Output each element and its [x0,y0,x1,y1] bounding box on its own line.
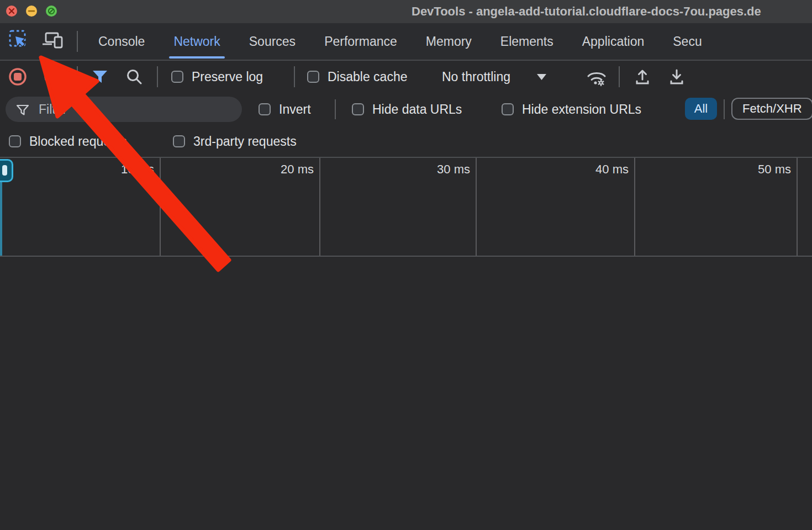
device-toolbar-icon[interactable] [42,30,65,53]
network-toolbar: Preserve log Disable cache No throttling [0,61,812,93]
gridline [160,158,161,256]
request-type-all-button[interactable]: All [685,98,717,120]
preserve-log-label: Preserve log [192,70,263,84]
titlebar: DevTools - angela-add-tutorial.cloudflar… [0,0,812,23]
tab-security[interactable]: Secu [673,23,702,59]
grip [2,165,7,176]
filter-bar: Invert Hide data URLs Hide extension URL… [0,93,812,126]
hide-data-urls-checkbox[interactable]: Hide data URLs [352,93,462,126]
inspect-cursor-icon[interactable] [8,29,29,52]
tab-network[interactable]: Network [173,23,220,59]
disable-cache-label: Disable cache [328,70,407,84]
devtools-tabbar: Console Network Sources Performance Memo… [0,23,812,61]
disable-cache-checkbox[interactable]: Disable cache [307,61,407,93]
record-stop-icon[interactable] [8,67,27,88]
separator [157,66,158,87]
checkbox[interactable] [171,71,183,83]
checkbox[interactable] [173,135,185,147]
filter-funnel-icon[interactable] [91,67,109,88]
tab-sources[interactable]: Sources [249,23,296,59]
filter-input-wrap[interactable] [6,97,242,122]
gridline [797,158,798,256]
hide-data-urls-label: Hide data URLs [372,102,462,117]
third-party-requests-checkbox[interactable]: 3rd-party requests [173,126,297,157]
tab-application[interactable]: Application [582,23,645,59]
hide-extension-urls-label: Hide extension URLs [522,102,641,117]
separator [724,99,725,119]
search-icon[interactable] [125,67,144,88]
more-filters-bar: Blocked requests 3rd-party requests [0,126,812,158]
close-icon[interactable] [6,6,17,17]
checkbox[interactable] [502,103,514,115]
panel-tabs: Console Network Sources Performance Memo… [98,23,702,59]
upload-icon[interactable] [633,67,652,89]
separator [77,66,78,87]
blocked-requests-checkbox[interactable]: Blocked requests [9,126,126,157]
download-icon[interactable] [667,67,686,89]
gridline [319,158,320,256]
tick-20ms: 20 ms [281,162,314,177]
separator [294,66,295,87]
tab-elements[interactable]: Elements [500,23,553,59]
preserve-log-checkbox[interactable]: Preserve log [171,61,263,93]
fullscreen-icon[interactable] [46,6,57,17]
window-title: DevTools - angela-add-tutorial.cloudflar… [412,0,761,23]
separator [619,66,620,87]
third-party-requests-label: 3rd-party requests [193,134,297,149]
tab-console[interactable]: Console [98,23,145,59]
tabbar-separator [77,31,78,52]
hide-extension-urls-checkbox[interactable]: Hide extension URLs [502,93,641,126]
tab-memory[interactable]: Memory [426,23,472,59]
network-overview[interactable]: 10 ms 20 ms 30 ms 40 ms 50 ms [0,158,812,257]
throttling-value: No throttling [442,70,510,84]
invert-checkbox[interactable]: Invert [259,93,311,126]
minimize-icon[interactable] [26,6,37,17]
filter-input[interactable] [38,102,222,118]
overview-left-edge [0,182,2,256]
invert-label: Invert [279,102,311,117]
clear-icon[interactable] [44,68,61,88]
checkbox[interactable] [9,135,21,147]
throttling-select[interactable]: No throttling [442,61,546,93]
checkbox[interactable] [307,71,319,83]
tick-10ms: 10 ms [121,162,154,177]
tick-40ms: 40 ms [595,162,629,177]
gridline [634,158,635,256]
requests-empty-area: Recordi Perform a request [0,257,812,530]
tick-30ms: 30 ms [437,162,470,177]
checkbox[interactable] [259,103,271,115]
overview-left-handle[interactable] [0,159,13,182]
gridline [476,158,477,256]
blocked-requests-label: Blocked requests [29,134,126,149]
chevron-down-icon [537,74,546,80]
tick-50ms: 50 ms [758,162,791,177]
wifi-gear-icon[interactable] [586,66,608,91]
checkbox[interactable] [352,103,364,115]
request-type-fetch-xhr-button[interactable]: Fetch/XHR [731,98,812,120]
tab-performance[interactable]: Performance [324,23,397,59]
separator [335,99,336,119]
filter-funnel-icon [15,102,30,117]
